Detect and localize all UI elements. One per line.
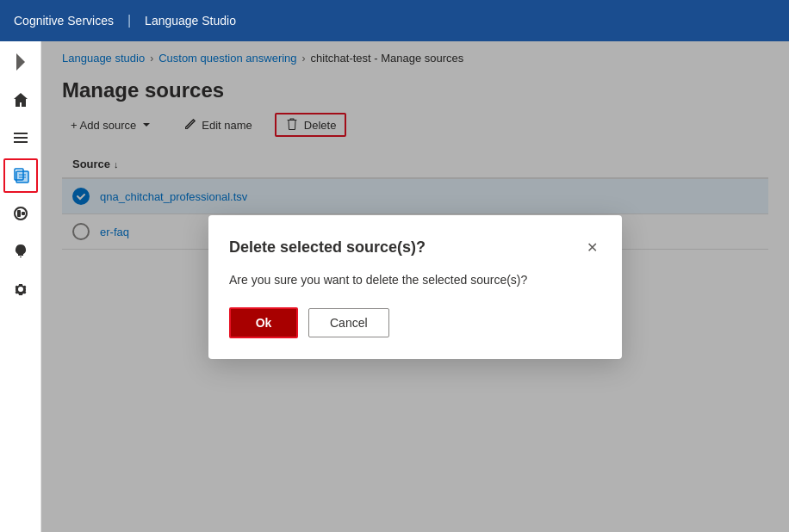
- sidebar: [0, 41, 41, 532]
- sidebar-item-insights[interactable]: [3, 234, 38, 269]
- dialog-title: Delete selected source(s)?: [229, 238, 426, 257]
- main-content: Language studio › Custom question answer…: [41, 41, 789, 532]
- sidebar-item-projects[interactable]: [3, 121, 38, 155]
- svg-rect-9: [22, 212, 25, 215]
- dialog-header: Delete selected source(s)? ✕: [229, 236, 601, 259]
- svg-rect-2: [14, 141, 28, 143]
- brand-label: Cognitive Services: [14, 14, 114, 28]
- cancel-button[interactable]: Cancel: [308, 308, 389, 337]
- modal-overlay: Delete selected source(s)? ✕ Are you sur…: [41, 41, 789, 532]
- main-layout: Language studio › Custom question answer…: [0, 41, 789, 532]
- sidebar-collapse-button[interactable]: [3, 48, 38, 76]
- product-label: Language Studio: [145, 14, 236, 28]
- dialog-footer: Ok Cancel: [229, 307, 601, 338]
- dialog-body: Are you sure you want to delete the sele…: [229, 273, 601, 287]
- dialog-close-button[interactable]: ✕: [583, 236, 601, 259]
- topbar-divider: |: [127, 13, 131, 28]
- sidebar-item-knowledge-base[interactable]: [3, 158, 38, 193]
- delete-dialog: Delete selected source(s)? ✕ Are you sur…: [208, 215, 622, 359]
- sidebar-item-settings[interactable]: [3, 272, 38, 306]
- svg-rect-1: [14, 137, 28, 139]
- svg-rect-8: [17, 210, 21, 217]
- svg-rect-0: [14, 133, 28, 134]
- ok-button[interactable]: Ok: [229, 307, 298, 338]
- sidebar-item-home[interactable]: [3, 83, 38, 117]
- sidebar-item-deploy[interactable]: [3, 196, 38, 231]
- topbar: Cognitive Services | Language Studio: [0, 0, 789, 41]
